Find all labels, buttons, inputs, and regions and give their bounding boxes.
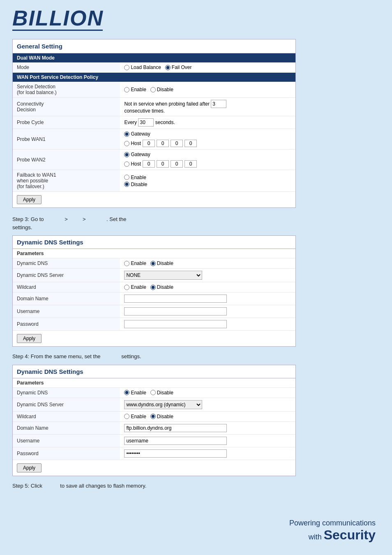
fail-over-radio[interactable] (165, 65, 171, 70)
wan1-gateway-radio[interactable] (124, 131, 129, 137)
ddns-username-input-1[interactable] (124, 307, 227, 315)
ddns-domain-row-2: Domain Name (13, 421, 295, 434)
ddns-enable-radio-1[interactable] (124, 261, 129, 266)
probe-wan1-label: Probe WAN1 (13, 129, 120, 150)
probe-wan2-options: Gateway Host (124, 152, 291, 168)
footer-with-text: with (309, 533, 324, 541)
wildcard-enable-label-1[interactable]: Enable (124, 284, 146, 290)
ddns-domain-value-2 (120, 421, 295, 434)
dual-wan-table: Mode Load Balance Fail Over (13, 62, 295, 73)
wan1-ip3[interactable] (171, 140, 183, 147)
ddns-domain-input-2[interactable] (124, 424, 227, 432)
ddns-dynamic-dns-label-1: Dynamic DNS (13, 258, 120, 269)
ddns-password-input-1[interactable] (124, 320, 227, 328)
general-setting-panel: General Setting Dual WAN Mode Mode Load … (12, 39, 296, 208)
ddns-password-value-1 (120, 318, 295, 331)
wildcard-enable-radio-1[interactable] (124, 285, 129, 290)
wildcard-disable-radio-1[interactable] (150, 285, 156, 290)
ddns-wildcard-value-2: Enable Disable (120, 411, 295, 421)
ddns-params-label-1: Parameters (13, 249, 295, 258)
ddns-enable-radio-2[interactable] (124, 390, 129, 395)
wan1-host-radio[interactable] (124, 141, 129, 146)
general-apply-button[interactable]: Apply (17, 195, 42, 204)
wildcard-enable-label-2[interactable]: Enable (124, 414, 146, 419)
wan1-gateway-label[interactable]: Gateway (124, 131, 291, 137)
ddns-server-value-1: NONE (120, 269, 295, 282)
wildcard-disable-label-2[interactable]: Disable (150, 414, 173, 419)
ddns-panel-2: Dynamic DNS Settings Parameters Dynamic … (12, 365, 296, 476)
ddns-apply-button-2[interactable]: Apply (17, 463, 42, 472)
failback-enable-radio[interactable] (124, 175, 129, 180)
service-disable-radio[interactable] (150, 87, 156, 92)
connectivity-input[interactable] (211, 100, 226, 108)
service-disable-label[interactable]: Disable (150, 87, 173, 92)
ddns-server-value-2: www.dyndns.org (dynamic) (120, 398, 295, 411)
ddns-username-input-2[interactable] (124, 437, 227, 445)
ddns-enable-label-2[interactable]: Enable (124, 390, 146, 396)
wan2-host-label[interactable]: Host (124, 161, 141, 167)
ddns-wildcard-group-2: Enable Disable (124, 414, 291, 419)
service-disable-text: Disable (157, 87, 173, 92)
ddns-server-select-2[interactable]: www.dyndns.org (dynamic) (124, 400, 202, 409)
wan1-ip1[interactable] (143, 140, 155, 147)
failback-enable-label[interactable]: Enable (124, 175, 291, 180)
ddns-params-header-2: Parameters (13, 378, 295, 388)
ddns-table-1: Parameters Dynamic DNS Enable Disable (13, 249, 295, 331)
ddns-username-label-1: Username (13, 305, 120, 318)
wildcard-disable-label-1[interactable]: Disable (150, 284, 173, 290)
wan1-host-text: Host (131, 140, 141, 146)
ddns-password-input-2[interactable] (124, 449, 227, 458)
wan2-ip2[interactable] (157, 160, 169, 168)
ddns-enable-label-1[interactable]: Enable (124, 260, 146, 266)
ddns-domain-label-1: Domain Name (13, 292, 120, 305)
failback-disable-radio[interactable] (124, 182, 129, 187)
wildcard-enable-radio-2[interactable] (124, 414, 129, 419)
fail-over-radio-label[interactable]: Fail Over (165, 64, 192, 70)
step3-arrow1: > (65, 216, 68, 222)
step3-prefix: Step 3: Go to (12, 216, 44, 222)
wan-port-section-header: WAN Port Service Detection Policy (13, 73, 295, 82)
ddns-enable-text-1: Enable (131, 260, 146, 266)
wan1-gateway-text: Gateway (131, 131, 150, 137)
service-detection-row: Service Detection(for load balance.) Ena… (13, 82, 295, 98)
service-enable-text: Enable (131, 87, 146, 92)
wan1-host-label[interactable]: Host (124, 140, 141, 146)
wan1-ip4[interactable] (184, 140, 197, 147)
wan2-host-radio[interactable] (124, 161, 129, 167)
probe-cycle-input[interactable] (138, 118, 154, 127)
wan2-gateway-radio[interactable] (124, 152, 129, 157)
step3-text: Step 3: Go to > > . Set the settings. (12, 215, 380, 231)
wan2-ip3[interactable] (171, 160, 183, 168)
ddns-domain-label-2: Domain Name (13, 421, 120, 434)
ddns-apply-container-1: Apply (13, 331, 295, 346)
general-setting-title: General Setting (13, 39, 295, 53)
ddns-disable-radio-1[interactable] (150, 261, 156, 266)
ddns-server-select-1[interactable]: NONE (124, 271, 202, 280)
footer-brand: Powering communications with Security (289, 519, 376, 543)
ddns-apply-container-2: Apply (13, 460, 295, 476)
wildcard-disable-radio-2[interactable] (150, 414, 156, 419)
ddns-disable-label-2[interactable]: Disable (150, 390, 173, 396)
probe-cycle-row: Probe Cycle Every seconds. (13, 116, 295, 129)
ddns-apply-button-1[interactable]: Apply (17, 334, 42, 343)
ddns-password-row-2: Password (13, 447, 295, 460)
load-balance-radio-label[interactable]: Load Balance (124, 64, 161, 70)
service-detection-group: Enable Disable (124, 87, 291, 92)
service-enable-label[interactable]: Enable (124, 87, 146, 92)
probe-cycle-value: Every seconds. (120, 116, 295, 129)
probe-cycle-suffix: seconds. (155, 120, 175, 125)
wan2-ip1[interactable] (143, 160, 155, 168)
wan2-ip4[interactable] (184, 160, 197, 168)
ddns-disable-radio-2[interactable] (150, 390, 156, 395)
footer-security-line: with Security (289, 527, 376, 543)
service-enable-radio[interactable] (124, 87, 129, 92)
wan1-ip2[interactable] (157, 140, 169, 147)
ddns-dynamic-dns-row-2: Dynamic DNS Enable Disable (13, 387, 295, 398)
failback-disable-label[interactable]: Disable (124, 182, 291, 187)
load-balance-radio[interactable] (124, 65, 129, 70)
ddns-disable-label-1[interactable]: Disable (150, 260, 173, 266)
wan2-gateway-label[interactable]: Gateway (124, 152, 291, 157)
ddns-domain-input-1[interactable] (124, 295, 227, 303)
mode-label: Mode (13, 62, 120, 73)
step5-text: Step 5: Click to save all changes to fla… (12, 482, 380, 490)
